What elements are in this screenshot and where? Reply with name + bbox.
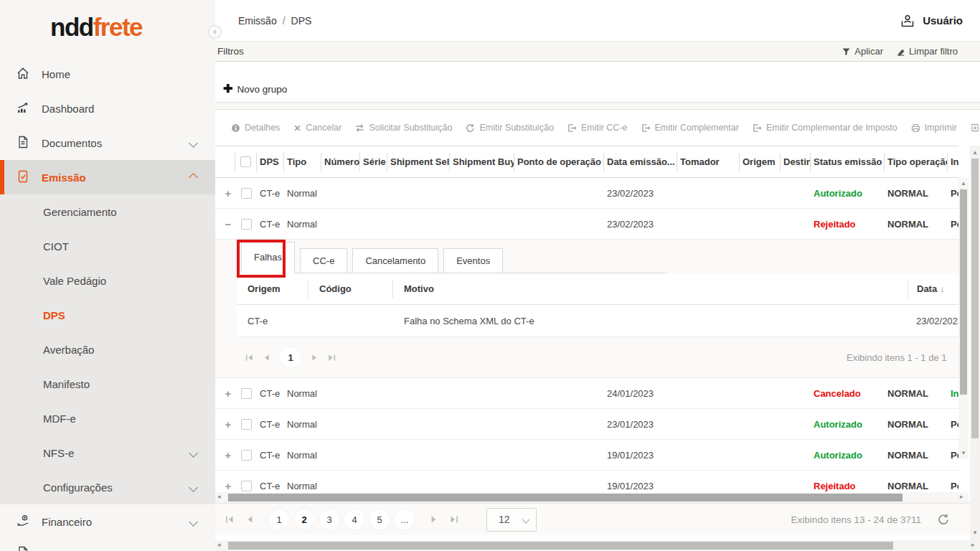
page-vertical-scrollbar[interactable]: ▲ ▼ [970, 146, 980, 540]
tab-eventos[interactable]: Eventos [443, 248, 503, 273]
sidebar-item-emissao[interactable]: Emissão [0, 160, 215, 194]
grid-horizontal-scrollbar[interactable]: ◂ ▸ [215, 492, 969, 503]
submenu-item-ciot[interactable]: CIOT [0, 229, 215, 263]
page-button-4[interactable]: 4 [344, 509, 364, 529]
page-button-1[interactable]: 1 [269, 509, 289, 529]
first-page-icon[interactable] [225, 515, 234, 524]
page-button-5[interactable]: 5 [369, 509, 390, 529]
expand-row-button[interactable]: + [225, 418, 232, 430]
grid-vertical-scrollbar[interactable]: ▲ ▼ [958, 178, 969, 459]
scroll-right-icon[interactable]: ▸ [960, 493, 963, 500]
scrollbar-thumb[interactable] [960, 189, 967, 395]
expand-row-button[interactable]: + [225, 480, 232, 492]
col-ponto-operacao[interactable]: Ponto de operação [514, 153, 604, 171]
sidebar-item-dashboard[interactable]: Dashboard [0, 91, 215, 126]
col-origem[interactable]: Origem [740, 153, 781, 171]
scroll-up-icon[interactable]: ▲ [970, 149, 980, 156]
table-row[interactable]: + CT-e Normal 23/02/2023 Autorizado NORM… [215, 178, 958, 209]
table-row[interactable]: + CT-e Normal 24/01/2023 Cancelado NORMA… [215, 378, 958, 409]
page-size-select[interactable]: 12 [486, 508, 537, 532]
row-checkbox[interactable] [241, 388, 252, 399]
submenu-item-gerenciamento[interactable]: Gerenciamento [0, 194, 215, 229]
col-data-emissao[interactable]: Data emissão... [604, 153, 677, 171]
scrollbar-thumb[interactable] [228, 542, 893, 550]
refresh-icon[interactable] [937, 513, 950, 526]
table-row-expanded[interactable]: − CT-e Normal 23/02/2023 Rejeitado NORMA… [215, 209, 958, 240]
last-page-icon[interactable] [328, 354, 336, 362]
prev-page-icon[interactable] [263, 354, 270, 362]
submenu-item-averbacao[interactable]: Averbação [0, 332, 215, 367]
sidebar-item-documentos[interactable]: Documentos [0, 126, 215, 160]
submenu-item-vale-pedagio[interactable]: Vale Pedágio [0, 263, 215, 298]
page-button-2-current[interactable]: 2 [294, 509, 314, 529]
scroll-right-icon[interactable]: ▸ [971, 541, 975, 548]
cancelar-button[interactable]: Cancelar [293, 123, 341, 133]
col-tipo[interactable]: Tipo [284, 153, 321, 171]
submenu-item-configuracoes[interactable]: Configurações [0, 470, 215, 504]
imprimir-button[interactable]: Imprimir [911, 123, 957, 133]
submenu-item-mdfe[interactable]: MDF-e [0, 401, 215, 435]
sidebar-item-home[interactable]: Home [0, 57, 215, 91]
scroll-down-icon[interactable]: ▼ [958, 450, 969, 456]
expand-row-button[interactable]: + [225, 387, 232, 400]
table-row[interactable]: + CT-e Normal 23/01/2023 Autorizado NORM… [215, 409, 958, 440]
submenu-item-manifesto[interactable]: Manifesto [0, 367, 215, 401]
submenu-item-dps[interactable]: DPS [0, 298, 215, 332]
row-checkbox[interactable] [241, 419, 252, 430]
col-status-emissao[interactable]: Status emissão [811, 153, 885, 171]
col-origem[interactable]: Origem [237, 281, 308, 298]
col-destino[interactable]: Destino [781, 153, 811, 171]
emitir-complementar-imposto-button[interactable]: Emitir Complementar de Imposto [753, 123, 897, 133]
submenu-item-nfse[interactable]: NFS-e [0, 435, 215, 470]
expand-row-button[interactable]: + [225, 449, 232, 461]
page-button-more[interactable]: ... [395, 509, 415, 529]
first-page-icon[interactable] [245, 354, 253, 362]
row-checkbox[interactable] [241, 450, 252, 461]
scroll-left-icon[interactable]: ◂ [217, 541, 221, 548]
emitir-complementar-button[interactable]: Emitir Complementar [641, 123, 739, 133]
page-horizontal-scrollbar[interactable]: ◂ ▸ [215, 540, 980, 551]
sidebar-item-financeiro[interactable]: Financeiro [0, 504, 215, 539]
detalhes-button[interactable]: Detalhes [231, 123, 280, 133]
expand-row-button[interactable]: + [225, 187, 232, 199]
sidebar-collapse-button[interactable]: ‹ [208, 25, 222, 39]
falhas-row[interactable]: CT-e Falha no Schema XML do CT-e 23/02/2… [237, 305, 958, 337]
prev-page-icon[interactable] [245, 515, 254, 524]
next-page-icon[interactable] [311, 354, 319, 362]
page-button-3[interactable]: 3 [319, 509, 339, 529]
apply-filter-button[interactable]: Aplicar [842, 46, 883, 57]
col-motivo[interactable]: Motivo [393, 281, 908, 298]
row-checkbox[interactable] [241, 481, 252, 491]
emitir-cce-button[interactable]: Emitir CC-e [567, 123, 628, 133]
tab-falhas[interactable]: Falhas [241, 242, 295, 273]
clear-filter-button[interactable]: Limpar filtro [896, 46, 958, 57]
col-tipo-operacao[interactable]: Tipo operação [885, 153, 948, 171]
next-page-icon[interactable] [430, 515, 438, 524]
row-checkbox[interactable] [241, 188, 252, 199]
emitir-substituicao-button[interactable]: Emitir Substituição [466, 123, 554, 133]
solicitar-substituicao-button[interactable]: Solicitar Substituição [355, 123, 452, 133]
col-truncated[interactable]: In [948, 153, 958, 171]
table-row[interactable]: + CT-e Normal 19/01/2023 Autorizado NORM… [215, 440, 958, 471]
scroll-left-icon[interactable]: ◂ [217, 493, 221, 500]
col-tomador[interactable]: Tomador [677, 153, 740, 171]
collapse-row-button[interactable]: − [225, 218, 232, 230]
table-row[interactable]: + CT-e Normal 19/01/2023 Rejeitado NORMA… [215, 471, 958, 492]
col-shipment-sell[interactable]: Shipment Sell [387, 153, 450, 171]
col-serie[interactable]: Série [360, 153, 387, 171]
col-shipment-buy[interactable]: Shipment Buy [450, 153, 514, 171]
scrollbar-thumb[interactable] [228, 494, 903, 501]
breadcrumb-parent[interactable]: Emissão [238, 15, 277, 27]
tab-cancelamento[interactable]: Cancelamento [352, 248, 438, 273]
col-data-sorted[interactable]: Data↓ [908, 281, 958, 298]
select-all-checkbox[interactable] [240, 156, 251, 167]
last-page-icon[interactable] [450, 515, 458, 524]
new-group-button[interactable]: ✚ Novo grupo [223, 83, 287, 95]
page-button-1[interactable]: 1 [280, 347, 301, 368]
scroll-down-icon[interactable]: ▼ [970, 529, 980, 536]
scrollbar-thumb[interactable] [971, 159, 979, 438]
tab-cce[interactable]: CC-e [300, 248, 347, 273]
user-menu[interactable]: Usuário [900, 13, 963, 29]
col-dps[interactable]: DPS [257, 153, 284, 171]
col-numero[interactable]: Número [321, 153, 360, 171]
